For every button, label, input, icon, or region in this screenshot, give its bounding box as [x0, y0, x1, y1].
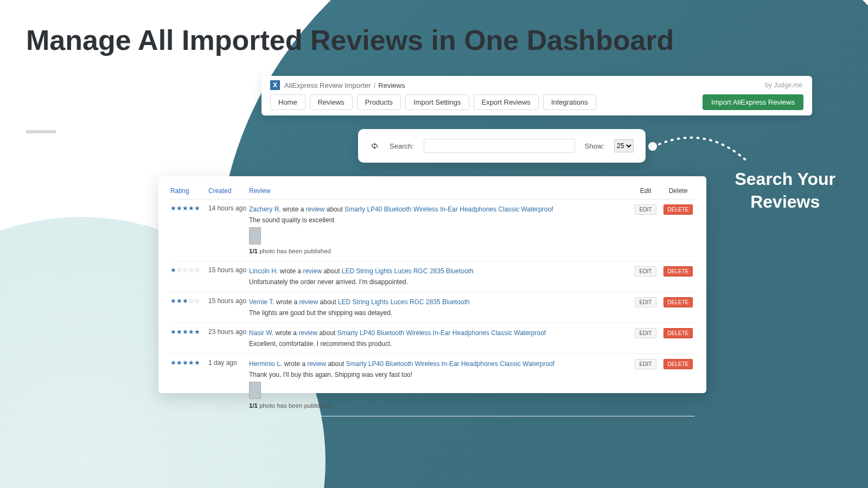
dotted-arrow	[648, 130, 757, 168]
photo-count: 1/1 photo has been published	[249, 247, 629, 256]
rating-stars: ★★★☆☆	[170, 297, 208, 305]
product-link[interactable]: LED String Lights Luces RGC 2835 Bluetoo…	[338, 298, 470, 306]
breadcrumb-current: Reviews	[378, 81, 405, 89]
review-link[interactable]: review	[298, 329, 317, 337]
review-link[interactable]: review	[307, 360, 326, 368]
table-row: ★★★☆☆15 hours agoVernie T. wrote a revie…	[170, 292, 694, 323]
delete-button[interactable]: DELETE	[663, 266, 693, 277]
delete-button[interactable]: DELETE	[663, 297, 693, 307]
review-body: Vernie T. wrote a review about LED Strin…	[249, 297, 629, 318]
created-time: 1 day ago	[208, 359, 249, 367]
review-photo-thumb[interactable]	[249, 227, 261, 245]
search-input[interactable]	[424, 139, 575, 153]
header-rating[interactable]: Rating	[170, 187, 208, 195]
header-edit: Edit	[629, 187, 662, 195]
nav-row: Home Reviews Products Import Settings Ex…	[261, 90, 812, 115]
breadcrumb-app: AliExpress Review Importer	[284, 81, 371, 89]
byline: by Judge.me	[765, 81, 802, 89]
review-body: Nasir W. wrote a review about Smarty LP4…	[249, 328, 629, 349]
created-time: 15 hours ago	[208, 266, 249, 274]
review-link[interactable]: review	[299, 298, 318, 306]
review-text: Thank you, I'll buy this again. Shipping…	[249, 370, 629, 380]
review-body: Herminio L. wrote a review about Smarty …	[249, 359, 629, 410]
product-link[interactable]: Smarty LP40 Bluetooth Wireless In-Ear He…	[344, 206, 553, 213]
review-link[interactable]: review	[303, 267, 322, 275]
rating-stars: ★★★★★	[170, 204, 208, 212]
svg-point-0	[648, 142, 657, 151]
product-link[interactable]: Smarty LP40 Bluetooth Wireless In-Ear He…	[346, 360, 554, 368]
import-aliexpress-button[interactable]: Import AliExpress Reviews	[703, 94, 803, 110]
review-text: The sound quality is excellent	[249, 215, 629, 225]
review-body: Lincoln H. wrote a review about LED Stri…	[249, 266, 629, 287]
review-author-link[interactable]: Zachery R.	[249, 206, 281, 213]
app-logo-icon: X	[270, 80, 280, 90]
created-time: 14 hours ago	[208, 204, 249, 212]
breadcrumb-separator: /	[374, 81, 376, 89]
table-row: ★★★★★1 day agoHerminio L. wrote a review…	[170, 354, 694, 416]
review-text: Unfortunately the order never arrived. I…	[249, 277, 629, 287]
review-author-link[interactable]: Herminio L.	[249, 360, 282, 368]
nav-home[interactable]: Home	[270, 94, 305, 110]
rating-stars: ★★★★★	[170, 328, 208, 336]
breadcrumb: X AliExpress Review Importer / Reviews	[261, 76, 812, 90]
callout-search-reviews: Search YourReviews	[735, 168, 835, 213]
reviews-table-card: Rating Created Review Edit Delete ★★★★★1…	[158, 176, 706, 393]
nav-export-reviews[interactable]: Export Reviews	[474, 94, 539, 110]
rating-stars: ★★★★★	[170, 359, 208, 367]
nav-reviews[interactable]: Reviews	[310, 94, 353, 110]
edit-button[interactable]: EDIT	[635, 266, 657, 277]
edit-button[interactable]: EDIT	[635, 297, 657, 307]
nav-integrations[interactable]: Integrations	[543, 94, 596, 110]
nav-import-settings[interactable]: Import Settings	[405, 94, 469, 110]
review-link[interactable]: review	[306, 206, 325, 213]
delete-button[interactable]: DELETE	[663, 204, 693, 215]
edit-button[interactable]: EDIT	[635, 359, 657, 369]
table-row: ★☆☆☆☆15 hours agoLincoln H. wrote a revi…	[170, 261, 694, 292]
header-delete: Delete	[662, 187, 694, 195]
edit-button[interactable]: EDIT	[635, 204, 657, 215]
show-select[interactable]: 25	[614, 139, 634, 152]
page-headline: Manage All Imported Reviews in One Dashb…	[26, 25, 674, 56]
product-link[interactable]: Smarty LP40 Bluetooth Wireless In-Ear He…	[337, 329, 546, 337]
review-photo-thumb[interactable]	[249, 382, 261, 399]
delete-button[interactable]: DELETE	[663, 328, 693, 338]
table-row: ★★★★★14 hours agoZachery R. wrote a revi…	[170, 200, 694, 261]
created-time: 23 hours ago	[208, 328, 249, 336]
product-link[interactable]: LED String Lights Luces RGC 2835 Bluetoo…	[342, 267, 474, 275]
review-author-link[interactable]: Vernie T.	[249, 298, 274, 306]
created-time: 15 hours ago	[208, 297, 249, 305]
review-author-link[interactable]: Lincoln H.	[249, 267, 278, 275]
table-header-row: Rating Created Review Edit Delete	[170, 187, 694, 200]
photo-count: 1/1 photo has been published	[249, 401, 629, 410]
header-created[interactable]: Created	[208, 187, 249, 195]
search-card: Search: Show: 25	[358, 129, 646, 163]
review-text: Excellent, comfortable. I recommend this…	[249, 339, 629, 349]
header-review[interactable]: Review	[249, 187, 629, 195]
review-text: The lights are good but the shipping was…	[249, 308, 629, 318]
search-label: Search:	[390, 142, 414, 150]
delete-button[interactable]: DELETE	[663, 359, 693, 369]
edit-button[interactable]: EDIT	[635, 328, 657, 338]
review-body: Zachery R. wrote a review about Smarty L…	[249, 204, 629, 256]
show-label: Show:	[585, 142, 604, 150]
table-row: ★★★★★23 hours agoNasir W. wrote a review…	[170, 323, 694, 354]
review-author-link[interactable]: Nasir W.	[249, 329, 273, 337]
refresh-icon[interactable]	[370, 141, 380, 151]
nav-products[interactable]: Products	[357, 94, 401, 110]
headline-underline	[26, 130, 56, 133]
app-top-bar: X AliExpress Review Importer / Reviews b…	[261, 76, 812, 115]
rating-stars: ★☆☆☆☆	[170, 266, 208, 274]
